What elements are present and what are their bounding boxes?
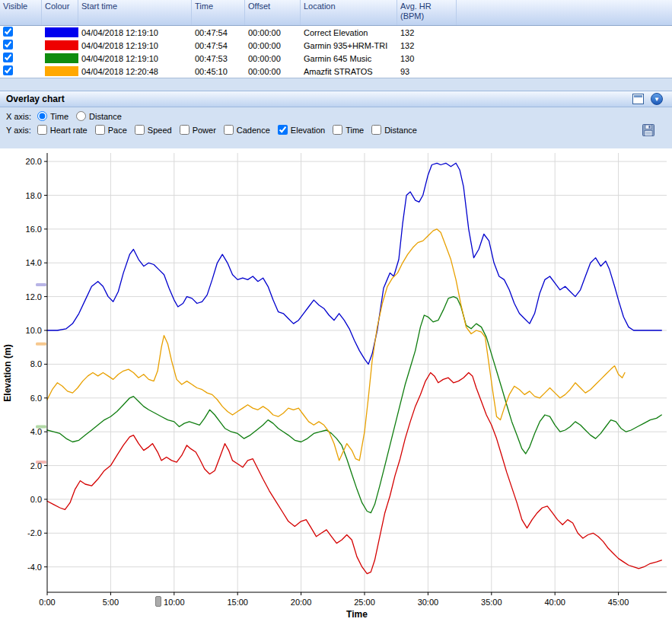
start-time-cell: 04/04/2018 12:19:10 xyxy=(78,28,192,37)
x-axis-title: Time xyxy=(346,609,368,620)
svg-text:18.0: 18.0 xyxy=(26,191,42,200)
checkbox-label: Time xyxy=(346,126,364,135)
colour-swatch xyxy=(45,27,78,37)
col-header-location: Location xyxy=(301,0,397,25)
colour-swatch xyxy=(45,53,78,63)
table-row: 04/04/2018 12:19:10 00:47:53 00:00:00 Ga… xyxy=(0,52,672,65)
table-row: 04/04/2018 12:19:10 00:47:54 00:00:00 Ga… xyxy=(0,39,672,52)
checkbox-label: Distance xyxy=(384,126,417,135)
svg-text:8.0: 8.0 xyxy=(30,359,42,368)
y-axis-title: Elevation (m) xyxy=(2,344,13,401)
x-axis-label: X axis: xyxy=(6,112,31,121)
svg-text:20:00: 20:00 xyxy=(291,598,312,607)
location-cell: Correct Elevation xyxy=(301,28,397,37)
y-axis-option-distance[interactable]: Distance xyxy=(371,125,417,135)
col-header-avg-hr: Avg. HR (BPM) xyxy=(397,0,457,25)
y-axis-option-power[interactable]: Power xyxy=(180,125,216,135)
col-header-colour: Colour xyxy=(42,0,78,25)
col-header-filler xyxy=(457,0,672,25)
svg-text:12.0: 12.0 xyxy=(26,292,42,301)
location-cell: Garmin 935+HRM-TRI xyxy=(301,41,397,50)
y-axis-option-speed[interactable]: Speed xyxy=(135,125,172,135)
svg-text:30:00: 30:00 xyxy=(418,598,439,607)
distance-radio[interactable] xyxy=(76,111,86,121)
svg-text:25:00: 25:00 xyxy=(354,598,375,607)
speed-checkbox[interactable] xyxy=(135,125,145,135)
x-axis-controls: X axis: Time Distance xyxy=(6,111,129,121)
time-cell: 00:47:54 xyxy=(192,28,245,37)
series-line-0 xyxy=(47,163,661,364)
cadence-checkbox[interactable] xyxy=(224,125,234,135)
checkbox-label: Speed xyxy=(148,126,172,135)
visible-checkbox[interactable] xyxy=(3,53,13,62)
series-line-2 xyxy=(47,297,661,513)
avg-hr-cell: 93 xyxy=(397,67,457,76)
visible-checkbox[interactable] xyxy=(3,65,13,75)
svg-text:35:00: 35:00 xyxy=(481,598,502,607)
time-cell: 00:47:54 xyxy=(192,41,245,50)
colour-swatch xyxy=(45,40,78,50)
avg-hr-cell: 132 xyxy=(397,41,457,50)
svg-text:0:00: 0:00 xyxy=(39,598,55,607)
chevron-down-icon: ▼ xyxy=(654,96,660,103)
svg-text:45:00: 45:00 xyxy=(608,598,629,607)
checkbox-label: Cadence xyxy=(237,126,270,135)
location-cell: Amazfit STRATOS xyxy=(301,67,397,76)
start-time-cell: 04/04/2018 12:19:10 xyxy=(78,41,192,50)
table-body: 04/04/2018 12:19:10 00:47:54 00:00:00 Co… xyxy=(0,26,672,78)
col-header-time: Time xyxy=(192,0,245,25)
offset-cell: 00:00:00 xyxy=(245,41,301,50)
svg-text:6.0: 6.0 xyxy=(30,394,42,403)
power-checkbox[interactable] xyxy=(180,125,189,135)
heart-rate-checkbox[interactable] xyxy=(37,125,47,135)
chart-slider-thumb[interactable] xyxy=(155,596,161,607)
activities-table: Visible Colour Start time Time Offset Lo… xyxy=(0,0,672,78)
y-axis-option-heart-rate[interactable]: Heart rate xyxy=(37,125,88,135)
y-axis-option-elevation[interactable]: Elevation xyxy=(278,125,325,135)
distance-checkbox[interactable] xyxy=(371,125,381,135)
svg-text:-4.0: -4.0 xyxy=(27,563,42,572)
col-header-start-time: Start time xyxy=(78,0,192,25)
radio-label: Distance xyxy=(89,112,122,121)
svg-text:15:00: 15:00 xyxy=(227,598,248,607)
table-header-row: Visible Colour Start time Time Offset Lo… xyxy=(0,0,672,26)
elevation-checkbox[interactable] xyxy=(278,125,288,135)
svg-text:2.0: 2.0 xyxy=(30,461,42,470)
table-row: 04/04/2018 12:20:48 00:45:10 00:00:00 Am… xyxy=(0,65,672,78)
pace-checkbox[interactable] xyxy=(95,125,105,135)
x-axis-option-time[interactable]: Time xyxy=(37,111,68,121)
svg-text:16.0: 16.0 xyxy=(26,225,42,234)
svg-text:0.0: 0.0 xyxy=(30,495,42,504)
col-header-visible: Visible xyxy=(0,0,42,25)
x-axis-option-distance[interactable]: Distance xyxy=(76,111,122,121)
col-header-offset: Offset xyxy=(245,0,301,25)
location-cell: Garmin 645 Music xyxy=(301,54,397,63)
checkbox-label: Elevation xyxy=(291,126,325,135)
svg-text:-2.0: -2.0 xyxy=(27,528,42,537)
colour-swatch xyxy=(45,66,78,76)
visible-checkbox[interactable] xyxy=(3,40,13,49)
svg-text:10.0: 10.0 xyxy=(26,326,42,335)
avg-hr-cell: 132 xyxy=(397,28,457,37)
overlay-chart-header: Overlay chart ▼ xyxy=(0,91,672,107)
time-radio[interactable] xyxy=(37,111,47,121)
save-chart-button[interactable] xyxy=(642,123,655,137)
table-row: 04/04/2018 12:19:10 00:47:54 00:00:00 Co… xyxy=(0,26,672,39)
y-axis-option-cadence[interactable]: Cadence xyxy=(224,125,270,135)
avg-marker-1 xyxy=(36,343,46,346)
y-axis-controls: Y axis: Heart rate Pace Speed Power Cade… xyxy=(6,125,425,135)
visible-checkbox[interactable] xyxy=(3,27,13,37)
svg-text:5:00: 5:00 xyxy=(103,598,119,607)
chart-svg: 0:005:0010:0015:0020:0025:0030:0035:0040… xyxy=(0,148,672,625)
window-restore-icon[interactable] xyxy=(632,94,644,104)
time-checkbox[interactable] xyxy=(333,125,342,135)
checkbox-label: Pace xyxy=(108,126,127,135)
collapse-panel-button[interactable]: ▼ xyxy=(651,93,663,105)
y-axis-option-time[interactable]: Time xyxy=(333,125,364,135)
avg-hr-cell: 130 xyxy=(397,54,457,63)
svg-text:4.0: 4.0 xyxy=(30,427,42,436)
svg-text:10:00: 10:00 xyxy=(164,598,185,607)
y-axis-option-pace[interactable]: Pace xyxy=(95,125,127,135)
offset-cell: 00:00:00 xyxy=(245,67,301,76)
elevation-chart: 0:005:0010:0015:0020:0025:0030:0035:0040… xyxy=(0,148,672,625)
